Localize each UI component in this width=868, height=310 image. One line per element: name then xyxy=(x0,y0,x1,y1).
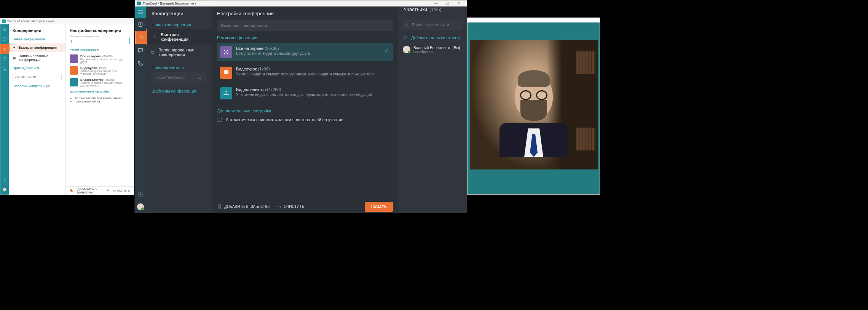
mode-title: Видеоурок xyxy=(236,67,257,71)
checkbox-icon[interactable] xyxy=(70,98,72,102)
svg-point-12 xyxy=(227,50,228,51)
conferences-header: Конференции xyxy=(146,6,212,20)
settings-icon[interactable] xyxy=(0,175,9,185)
scheduled-conferences-item[interactable]: Запланированные конференции xyxy=(146,45,212,60)
nav-rail-small xyxy=(0,24,9,195)
selector-mode-icon xyxy=(70,78,78,86)
join-input-small[interactable] xyxy=(13,74,62,80)
mode-title: Видеоселектор xyxy=(236,87,266,92)
scheduled-conferences-item-small[interactable]: ▦ Запланированные конференции xyxy=(9,52,65,64)
quick-conference-item-small[interactable]: + Быстрая конференция xyxy=(9,43,65,52)
checkbox-icon[interactable] xyxy=(217,117,222,122)
settings-panel-small: Настройки конференции Название конференц… xyxy=(66,24,134,195)
video-feed xyxy=(470,40,598,169)
conference-name-input-small[interactable] xyxy=(70,38,130,44)
lesson-mode-icon xyxy=(70,66,78,75)
mode-desc: Учитель видит и слышит всех учеников, а … xyxy=(236,72,375,76)
add-user-icon xyxy=(403,35,408,40)
conferences-icon[interactable] xyxy=(0,44,9,54)
undo-icon: ↶ xyxy=(107,189,110,192)
addl-settings-small: Дополнительные настройки xyxy=(66,88,134,95)
profile-avatar-button[interactable] xyxy=(135,201,146,213)
clear-btn-small[interactable]: ОЧИСТИТЬ xyxy=(113,189,130,192)
mode-title: Все на экране xyxy=(236,46,263,51)
participants-search-input[interactable] xyxy=(402,20,463,30)
svg-point-13 xyxy=(224,53,225,54)
mode-all-on-screen[interactable]: Все на экране (36x36) Все участники видя… xyxy=(217,43,393,61)
selector-mode-icon xyxy=(220,87,232,99)
titlebar-small: TrueConf <Валерий Бережненко> xyxy=(0,18,134,24)
new-conference-link[interactable]: Новая конференция xyxy=(146,20,212,29)
addressbook-button[interactable] xyxy=(135,18,146,31)
avatar-small-icon[interactable] xyxy=(0,185,9,195)
avatar-icon xyxy=(137,203,144,210)
svg-point-19 xyxy=(225,94,227,95)
svg-point-2 xyxy=(5,48,6,49)
video-window xyxy=(467,18,600,195)
conference-settings-panel: Настройки конференции Режим конференции … xyxy=(212,6,398,213)
mode-header-small: Режим конференции xyxy=(66,46,134,53)
conferences-button[interactable] xyxy=(135,31,146,44)
mode-header: Режим конференции xyxy=(212,35,398,43)
participants-count: (1/36) xyxy=(429,7,441,12)
add-template-btn-small[interactable]: ДОБАВИТЬ В ШАБЛОНЫ xyxy=(77,187,103,194)
mode-video-selector[interactable]: Видеоселектор (4x250) Участники видят и … xyxy=(217,84,393,102)
mode-video-lesson[interactable]: Видеоурок (1x36) Учитель видит и слышит … xyxy=(217,64,393,82)
app-logo-icon xyxy=(2,19,6,23)
hamburger-button[interactable] xyxy=(135,6,146,18)
user-id: berezhnenko xyxy=(413,50,460,54)
join-link[interactable]: Присоединиться xyxy=(146,63,212,72)
templates-link[interactable]: Шаблоны конференций xyxy=(146,86,212,96)
settings-button[interactable] xyxy=(135,188,146,201)
mode-lesson-small[interactable]: Видеоурок (1x36)Учитель видит и слышит в… xyxy=(66,65,134,77)
auto-accept-checkbox-row[interactable]: Автоматически принимать заявки пользоват… xyxy=(212,115,398,123)
chat-button[interactable] xyxy=(135,44,146,57)
svg-point-4 xyxy=(4,179,5,181)
name-label-small: Название конференции xyxy=(66,35,134,38)
menu-icon[interactable] xyxy=(0,24,9,34)
settings-footer: ДОБАВИТЬ В ШАБЛОНЫ ОЧИСТИТЬ НАЧАТЬ xyxy=(212,200,398,213)
start-conference-button[interactable]: НАЧАТЬ xyxy=(365,202,393,212)
plus-icon: + xyxy=(13,46,15,50)
titlebar-main: TrueConf <Валерий Бережненко> — ☐ ✕ xyxy=(135,0,467,6)
add-to-templates-button[interactable]: ДОБАВИТЬ В ШАБЛОНЫ xyxy=(217,204,270,209)
svg-point-22 xyxy=(404,36,406,38)
chat-icon[interactable] xyxy=(0,54,9,64)
settings-header-small: Настройки конференции xyxy=(66,27,134,35)
svg-point-3 xyxy=(4,50,5,51)
mode-selector-small[interactable]: Видеоселектор (4x250)Участники видят и с… xyxy=(66,77,134,88)
new-conference-link-small[interactable]: Новая конференция xyxy=(9,35,65,43)
join-link-small[interactable]: Присоединиться xyxy=(9,64,65,72)
auto-accept-label: Автоматически принимать заявки пользоват… xyxy=(226,117,343,122)
dialer-icon[interactable] xyxy=(0,64,9,74)
participant-row[interactable]: Валерий Бережненко (Вы) berezhnenko xyxy=(398,44,467,55)
svg-point-9 xyxy=(140,193,141,195)
submit-arrow-icon[interactable]: → xyxy=(196,75,203,82)
add-users-button[interactable]: Добавить пользователей xyxy=(398,33,467,44)
svg-rect-6 xyxy=(139,22,142,27)
participants-panel: Участники (1/36) Добавить пользователей … xyxy=(398,6,467,213)
window-title-small: TrueConf <Валерий Бережненко> xyxy=(7,19,54,23)
calendar-icon xyxy=(151,50,155,55)
svg-point-7 xyxy=(139,36,140,37)
mode-all-small[interactable]: Все на экране (36x36)Все участники видят… xyxy=(66,53,134,65)
main-window: TrueConf <Валерий Бережненко> — ☐ ✕ Конф… xyxy=(134,0,467,213)
templates-link-small[interactable]: Шаблоны конференций xyxy=(9,82,65,90)
svg-rect-10 xyxy=(152,51,154,54)
quick-conference-item[interactable]: Быстрая конференция xyxy=(146,29,212,45)
svg-point-18 xyxy=(223,94,225,95)
conference-name-input[interactable] xyxy=(217,20,393,31)
minimize-button[interactable]: — xyxy=(430,2,442,5)
dialer-button[interactable] xyxy=(135,57,146,70)
addressbook-icon[interactable] xyxy=(0,34,9,44)
close-button[interactable]: ✕ xyxy=(453,2,464,5)
window-title-main: TrueConf <Валерий Бережненко> xyxy=(143,2,196,5)
mode-size: (1x36) xyxy=(258,67,270,71)
auto-accept-row-small[interactable]: Автоматически принимать заявки пользоват… xyxy=(66,95,134,105)
svg-point-15 xyxy=(225,51,227,53)
maximize-button[interactable]: ☐ xyxy=(442,2,453,5)
svg-rect-0 xyxy=(3,38,6,41)
additional-settings-header: Дополнительные настройки xyxy=(212,105,398,115)
clear-button[interactable]: ОЧИСТИТЬ xyxy=(276,204,304,209)
plus-icon xyxy=(152,34,157,40)
